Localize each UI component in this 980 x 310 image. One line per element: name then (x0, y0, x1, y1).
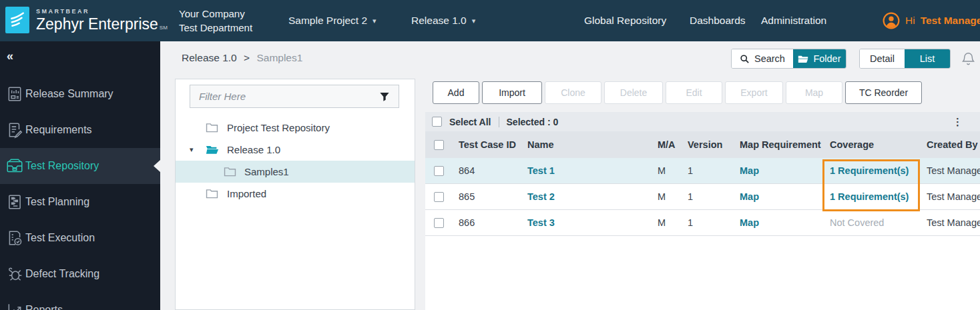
sidebar-item-label: Requirements (25, 124, 92, 136)
cell-ma: M (651, 217, 681, 228)
folder-closed-icon (206, 189, 218, 199)
clone-button[interactable]: Clone (545, 81, 601, 104)
sidebar-item-release-summary[interactable]: Release Summary (0, 76, 160, 112)
sidebar-item-label: Test Repository (25, 160, 99, 172)
filter-funnel-icon[interactable] (379, 91, 390, 102)
column-header-map-requirement[interactable]: Map Requirement (733, 139, 823, 150)
user-menu[interactable]: Hi Test Manager (883, 0, 980, 41)
cell-version: 1 (681, 165, 733, 176)
test-case-name-link[interactable]: Test 1 (521, 165, 651, 176)
search-toggle-button[interactable]: Search (732, 49, 793, 68)
chevron-down-icon: ▾ (373, 17, 377, 25)
sidebar-item-requirements[interactable]: Requirements (0, 112, 160, 148)
reports-icon (5, 301, 24, 310)
cell-created-by: Test Manager (920, 165, 980, 176)
cell-version: 1 (681, 191, 733, 202)
sidebar-item-label: Test Planning (25, 196, 89, 208)
test-case-name-link[interactable]: Test 2 (521, 191, 651, 202)
tree-filter-box (190, 85, 399, 108)
collapse-double-chevron-left-icon[interactable]: « (7, 49, 13, 63)
delete-button[interactable]: Delete (604, 81, 663, 104)
detail-list-toggle: Detail List (859, 49, 951, 69)
tc-reorder-button[interactable]: TC Reorder (845, 81, 922, 104)
row-checkbox[interactable] (434, 166, 444, 176)
release-dropdown[interactable]: Release 1.0 ▾ (411, 0, 475, 41)
cell-ma: M (651, 191, 681, 202)
nav-link-dashboards[interactable]: Dashboards (690, 0, 746, 41)
grid-toolbar: Add Import Clone Delete Edit Export Map … (433, 81, 922, 104)
sidebar-item-test-planning[interactable]: Test Planning (0, 184, 160, 220)
test-case-name-link[interactable]: Test 3 (521, 217, 651, 228)
sidebar-item-label: Release Summary (25, 88, 113, 100)
tree-node-imported[interactable]: Imported (176, 183, 415, 205)
chevron-down-icon: ▾ (472, 17, 476, 25)
sidebar-item-reports[interactable]: Reports (0, 292, 160, 310)
test-execution-icon (5, 229, 24, 247)
breadcrumb: Release 1.0 > Samples1 (182, 52, 302, 64)
divider (499, 117, 499, 127)
column-header-ma[interactable]: M/A (651, 139, 681, 150)
folder-icon (798, 55, 808, 63)
select-all-label: Select All (449, 117, 491, 127)
map-link[interactable]: Map (733, 165, 823, 176)
tree-node-release-1-0[interactable]: ▾ Release 1.0 (176, 139, 415, 161)
breadcrumb-current: Samples1 (256, 52, 302, 63)
kebab-menu-icon[interactable]: ⋮ (953, 116, 963, 128)
table-row[interactable]: 865 Test 2 M 1 Map 1 Requirement(s) Test… (425, 184, 980, 210)
tree-node-samples1[interactable]: Samples1 (176, 161, 415, 183)
tree-filter-input[interactable] (190, 91, 379, 102)
import-button[interactable]: Import (482, 81, 542, 104)
product-wordmark: Zephyr EnterpriseSM (36, 17, 168, 32)
select-all-bar: Select All Selected : 0 ⋮ (425, 112, 980, 131)
tree-node-project-test-repository[interactable]: Project Test Repository (176, 117, 415, 139)
table-row[interactable]: 866 Test 3 M 1 Map Not Covered Test Mana… (425, 210, 980, 236)
breadcrumb-separator: > (244, 52, 250, 63)
breadcrumb-parent[interactable]: Release 1.0 (182, 52, 237, 63)
defect-tracking-icon (5, 265, 24, 283)
header-checkbox[interactable] (434, 140, 444, 150)
map-link[interactable]: Map (733, 191, 823, 202)
company-department-label: Your Company Test Department (179, 7, 252, 35)
brand-logo[interactable]: SMARTBEAR Zephyr EnterpriseSM (5, 7, 168, 33)
column-header-name[interactable]: Name (521, 139, 651, 150)
nav-link-global-repository[interactable]: Global Repository (584, 0, 666, 41)
column-header-coverage[interactable]: Coverage (823, 139, 920, 150)
edit-button[interactable]: Edit (666, 81, 722, 104)
trademark-label: SM (160, 25, 168, 31)
row-checkbox[interactable] (434, 218, 444, 228)
select-all-checkbox[interactable] (432, 117, 442, 127)
row-checkbox[interactable] (434, 192, 444, 202)
list-toggle-button[interactable]: List (905, 49, 950, 68)
map-button[interactable]: Map (786, 81, 842, 104)
export-button[interactable]: Export (725, 81, 783, 104)
coverage-link[interactable]: 1 Requirement(s) (823, 165, 920, 176)
column-header-test-case-id[interactable]: Test Case ID (452, 139, 521, 150)
map-link[interactable]: Map (733, 217, 823, 228)
project-dropdown[interactable]: Sample Project 2 ▾ (288, 0, 377, 41)
sidebar-item-test-execution[interactable]: Test Execution (0, 220, 160, 256)
cell-test-case-id: 865 (452, 191, 521, 202)
table-row[interactable]: 864 Test 1 M 1 Map 1 Requirement(s) Test… (425, 158, 980, 184)
folder-toggle-button[interactable]: Folder (793, 49, 846, 68)
release-summary-icon (5, 85, 24, 103)
requirements-icon (5, 121, 24, 139)
folder-open-icon (206, 145, 219, 155)
notification-bell-icon[interactable] (961, 51, 975, 67)
nav-link-administration[interactable]: Administration (761, 0, 826, 41)
main-content: Release 1.0 > Samples1 Search Folder Det… (160, 41, 980, 310)
sidebar-item-defect-tracking[interactable]: Defect Tracking (0, 256, 160, 292)
zephyr-feather-logo-icon (5, 7, 29, 33)
sidebar-item-test-repository[interactable]: Test Repository (0, 148, 160, 184)
tree-expand-caret-icon[interactable]: ▾ (190, 145, 194, 154)
coverage-link[interactable]: 1 Requirement(s) (823, 191, 920, 202)
column-header-created-by[interactable]: Created By (920, 139, 980, 150)
detail-toggle-button[interactable]: Detail (860, 49, 905, 68)
column-header-version[interactable]: Version (681, 139, 733, 150)
test-case-grid-area: Add Import Clone Delete Edit Export Map … (425, 80, 980, 310)
active-item-pointer (154, 160, 160, 172)
add-button[interactable]: Add (433, 81, 479, 104)
folder-tree-panel: Project Test Repository ▾ Release 1.0 Sa… (175, 79, 415, 310)
search-folder-toggle: Search Folder (731, 49, 846, 69)
cell-test-case-id: 866 (452, 217, 521, 228)
user-avatar-icon (883, 12, 900, 29)
